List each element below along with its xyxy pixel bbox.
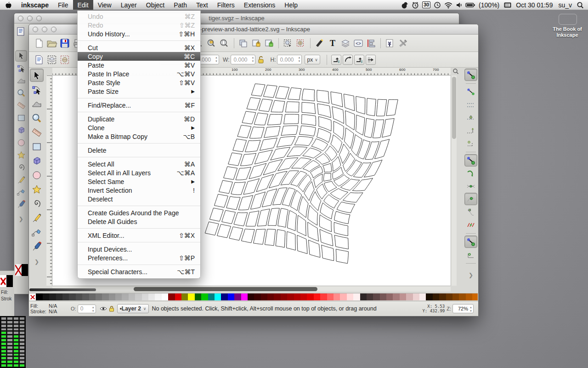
menu-item-create-guides-around-the-page[interactable]: Create Guides Around the Page xyxy=(78,208,200,217)
zoom-corner-icon[interactable] xyxy=(452,68,459,75)
palette-swatch[interactable] xyxy=(96,293,102,300)
palette-swatch[interactable] xyxy=(261,293,267,300)
palette-swatch[interactable] xyxy=(334,293,340,300)
toolbox-expander[interactable]: ❯ xyxy=(34,259,39,265)
snap-main-toggle[interactable] xyxy=(464,69,477,81)
palette-swatch[interactable] xyxy=(215,293,221,300)
alarm-clock-icon[interactable] xyxy=(410,1,420,9)
palette-swatch[interactable] xyxy=(115,293,122,300)
palette-swatch[interactable] xyxy=(162,293,168,300)
fill-stroke-indicator[interactable]: Fill:N/A Stroke:N/A xyxy=(30,303,67,314)
palette-swatch[interactable] xyxy=(400,293,406,300)
palette-swatch[interactable] xyxy=(281,293,287,300)
menu-item-input-devices[interactable]: Input Devices... xyxy=(78,245,200,253)
menubar-item-extensions[interactable]: Extensions xyxy=(239,0,280,10)
palette-swatch[interactable] xyxy=(195,293,201,300)
palette-swatch[interactable] xyxy=(459,293,465,300)
toolbox-expander[interactable]: ❯ xyxy=(19,216,23,222)
palette-swatch[interactable] xyxy=(82,293,89,300)
palette-swatch[interactable] xyxy=(360,293,367,300)
menu-item-paste-size[interactable]: Paste Size▶ xyxy=(78,87,200,96)
menu-item-select-same[interactable]: Select Same▶ xyxy=(78,177,200,186)
palette-swatch[interactable] xyxy=(466,293,472,300)
snap-bbox-centers-toggle[interactable] xyxy=(464,137,477,150)
toolbox[interactable]: ❯ xyxy=(30,69,44,265)
menubar-item-text[interactable]: Text xyxy=(192,0,213,10)
palette-swatch[interactable] xyxy=(413,293,419,300)
tool-ellipse[interactable] xyxy=(30,168,44,182)
tool-pen[interactable] xyxy=(15,186,27,198)
select-all-layers-icon[interactable] xyxy=(45,53,58,66)
open-document-button[interactable] xyxy=(45,37,58,50)
menu-item-find-replace[interactable]: Find/Replace...⌘F xyxy=(78,101,200,109)
tool-box3d[interactable] xyxy=(15,125,27,136)
input-source-icon[interactable] xyxy=(503,1,513,9)
palette-swatch[interactable] xyxy=(62,293,69,300)
palette-swatch[interactable] xyxy=(208,293,215,300)
menu-item-deselect[interactable]: Deselect xyxy=(78,195,200,203)
menubar-item-path[interactable]: Path xyxy=(169,0,192,10)
palette-swatch-none[interactable] xyxy=(29,293,36,300)
extensions-dialog-button[interactable] xyxy=(396,37,409,50)
palette-swatch[interactable] xyxy=(307,293,313,300)
palette-swatch[interactable] xyxy=(175,293,181,300)
palette-swatch[interactable] xyxy=(267,293,274,300)
tool-calligraphy[interactable] xyxy=(30,240,44,253)
tool-pencil[interactable] xyxy=(30,211,44,224)
palette-swatch[interactable] xyxy=(472,293,478,300)
palette-swatch[interactable] xyxy=(300,293,307,300)
snap-smooth-nodes-toggle[interactable] xyxy=(464,206,477,218)
palette-swatch[interactable] xyxy=(294,293,300,300)
palette-swatch[interactable] xyxy=(393,293,399,300)
minimize-button[interactable] xyxy=(27,16,33,21)
snap-nodes-toggle[interactable] xyxy=(464,154,477,167)
save-document-button[interactable] xyxy=(58,37,71,50)
palette-swatch[interactable] xyxy=(406,293,413,300)
menu-item-special-characters[interactable]: Special Characters...⌥⌘T xyxy=(78,267,200,276)
palette-swatch[interactable] xyxy=(36,293,42,300)
palette-swatch[interactable] xyxy=(347,293,353,300)
menubar-item-file[interactable]: File xyxy=(53,0,73,10)
snap-bbox-toggle[interactable] xyxy=(464,86,477,98)
menu-item-copy[interactable]: Copy⌘C xyxy=(78,52,200,61)
unit-select[interactable]: px∨ xyxy=(305,55,320,64)
vertical-ruler[interactable] xyxy=(46,75,52,286)
close-button[interactable] xyxy=(18,16,23,21)
snap-bbox-edges-toggle[interactable] xyxy=(464,98,477,111)
zoom-button[interactable] xyxy=(51,27,57,32)
desktop-icon-label[interactable]: The Book ofInkscape xyxy=(549,26,585,38)
tool-star[interactable] xyxy=(15,150,27,161)
menu-item-xml-editor[interactable]: XML Editor...⇧⌘X xyxy=(78,231,200,240)
menu-item-select-all[interactable]: Select All⌘A xyxy=(78,160,200,168)
affect-gradient-toggle[interactable] xyxy=(354,55,364,65)
menubar-item-view[interactable]: View xyxy=(93,0,116,10)
zoom-page-button[interactable] xyxy=(218,37,231,50)
app-menu[interactable]: inkscape xyxy=(17,0,53,10)
menu-item-delete[interactable]: Delete xyxy=(78,146,200,155)
palette-swatch[interactable] xyxy=(228,293,234,300)
tool-pencil[interactable] xyxy=(15,174,27,185)
snap-toolbar[interactable]: ❯ xyxy=(463,69,479,278)
palette-swatch[interactable] xyxy=(439,293,446,300)
select-all-icon[interactable] xyxy=(33,53,45,66)
snap-bbox-corners-toggle[interactable] xyxy=(464,111,477,124)
palette-swatch[interactable] xyxy=(380,293,386,300)
layer-lock-icon[interactable] xyxy=(109,305,114,312)
palette-swatch[interactable] xyxy=(274,293,280,300)
palette-swatch[interactable] xyxy=(135,293,141,300)
palette-swatch[interactable] xyxy=(129,293,135,300)
tool-tweak[interactable] xyxy=(30,97,44,110)
palette-swatch[interactable] xyxy=(314,293,320,300)
tool-zoom[interactable] xyxy=(30,111,44,125)
tool-selector[interactable] xyxy=(30,69,44,82)
snap-rotation-center-toggle[interactable] xyxy=(464,248,477,261)
palette-swatch[interactable] xyxy=(452,293,459,300)
tool-spiral[interactable] xyxy=(15,161,27,173)
snap-paths-toggle[interactable] xyxy=(464,167,477,179)
wifi-icon[interactable] xyxy=(443,1,453,9)
zoom-drawing-button[interactable] xyxy=(205,37,218,50)
apple-menu[interactable] xyxy=(0,0,17,10)
palette-swatch[interactable] xyxy=(109,293,115,300)
traffic-lights[interactable] xyxy=(33,27,57,32)
minimize-button[interactable] xyxy=(42,27,47,32)
